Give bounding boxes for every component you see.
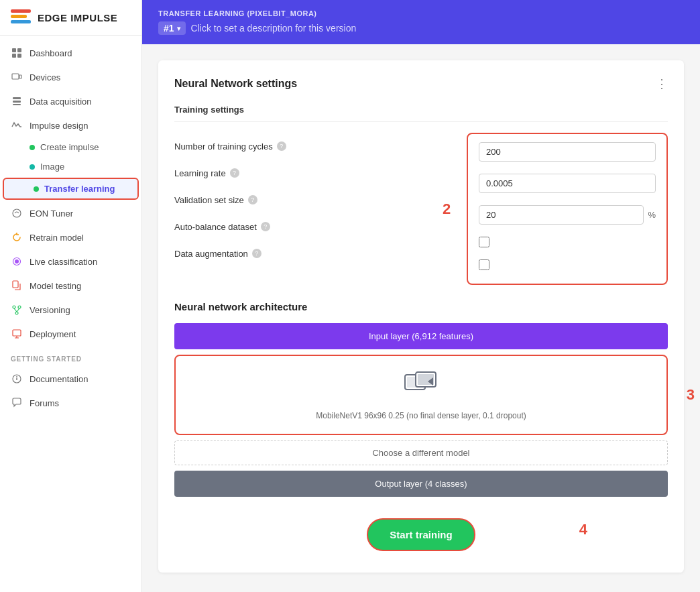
svg-point-14 [18, 306, 21, 308]
svg-rect-0 [12, 48, 16, 52]
svg-line-17 [17, 308, 19, 312]
auto-balance-checkbox[interactable] [479, 237, 489, 247]
card-header: Neural Network settings ⋮ [174, 76, 668, 91]
validation-set-label: Validation set size [174, 195, 244, 205]
start-training-button[interactable]: Start training [367, 518, 475, 551]
data-augmentation-checkbox[interactable] [479, 259, 489, 270]
retrain-icon [11, 231, 23, 243]
data-augmentation-help-icon[interactable]: ? [252, 249, 261, 258]
docs-icon [11, 373, 23, 385]
sidebar-item-label: Image [40, 162, 64, 172]
data-augmentation-label-row: Data augmentation ? [174, 240, 440, 267]
sidebar-item-transfer-learning[interactable]: Transfer learning [3, 178, 139, 200]
training-cycles-label-row: Number of training cycles ? [174, 133, 440, 160]
auto-balance-label-row: Auto-balance dataset ? [174, 213, 440, 240]
sidebar-item-retrain-model[interactable]: Retrain model [0, 225, 141, 249]
getting-started-label: GETTING STARTED [0, 346, 141, 367]
more-options-icon[interactable]: ⋮ [656, 76, 668, 91]
sidebar-item-label: Model testing [30, 281, 81, 291]
svg-line-16 [14, 308, 17, 312]
dot-icon [30, 164, 35, 170]
svg-point-15 [15, 312, 18, 314]
training-settings-label: Training settings [174, 105, 668, 122]
sidebar-item-create-impulse[interactable]: Create impulse [0, 137, 141, 157]
validation-set-input[interactable] [479, 205, 644, 225]
learning-rate-input[interactable] [479, 174, 656, 193]
version-number: #1 [164, 23, 174, 34]
svg-rect-8 [13, 104, 21, 105]
auto-balance-help-icon[interactable]: ? [261, 222, 270, 231]
learning-rate-label: Learning rate [174, 168, 226, 178]
model-card[interactable]: MobileNetV1 96x96 0.25 (no final dense l… [174, 355, 668, 435]
sidebar-item-live-classification[interactable]: Live classification [0, 249, 141, 274]
start-training-row: Start training 4 [174, 502, 668, 556]
label-3: 3 [687, 386, 695, 404]
label-4: 4 [579, 521, 587, 538]
learning-rate-help-icon[interactable]: ? [230, 168, 239, 178]
sidebar-item-data-acquisition[interactable]: Data acquisition [0, 89, 141, 113]
sidebar-item-label: EON Tuner [30, 209, 73, 219]
auto-balance-input-row [479, 237, 656, 247]
validation-set-label-row: Validation set size ? [174, 186, 440, 213]
output-layer-label: Output layer (4 classes) [375, 479, 467, 489]
svg-rect-1 [17, 48, 21, 52]
sidebar-item-devices[interactable]: Devices [0, 65, 141, 89]
impulse-icon [11, 119, 23, 131]
dot-icon [34, 186, 39, 192]
main-header: TRANSFER LEARNING (PIXELBIT_MORA) #1 ▾ C… [142, 0, 700, 44]
label-2: 2 [443, 200, 451, 218]
sidebar-item-documentation[interactable]: Documentation [0, 367, 141, 391]
sidebar-item-versioning[interactable]: Versioning [0, 298, 141, 322]
content-area: Neural Network settings ⋮ Training setti… [142, 44, 700, 592]
training-cycles-help-icon[interactable]: ? [277, 141, 286, 151]
sidebar-item-eon-tuner[interactable]: EON Tuner [0, 201, 141, 225]
logo-area: EDGE IMPULSE [0, 0, 141, 36]
dot-icon [30, 145, 35, 150]
sidebar-item-image[interactable]: Image [0, 157, 141, 176]
sidebar-item-forums[interactable]: Forums [0, 391, 141, 415]
sidebar-item-deployment[interactable]: Deployment [0, 322, 141, 346]
sidebar-item-label: Data acquisition [30, 97, 92, 107]
validation-suffix: % [648, 210, 656, 220]
main-content: TRANSFER LEARNING (PIXELBIT_MORA) #1 ▾ C… [142, 0, 700, 592]
version-selector[interactable]: #1 ▾ [158, 21, 186, 35]
sidebar-item-impulse-design[interactable]: Impulse design [0, 113, 141, 137]
svg-point-13 [13, 306, 15, 308]
input-layer-label: Input layer (6,912 features) [369, 331, 473, 341]
choose-model-button[interactable]: Choose a different model [174, 440, 668, 465]
logo-text: EDGE IMPULSE [38, 12, 117, 23]
validation-set-help-icon[interactable]: ? [248, 195, 257, 204]
training-cycles-input[interactable] [479, 142, 656, 162]
sidebar-item-label: Transfer learning [44, 184, 115, 194]
version-description: Click to set a description for this vers… [191, 23, 357, 34]
dashboard-icon [11, 47, 23, 59]
sidebar-item-model-testing[interactable]: Model testing [0, 274, 141, 298]
svg-rect-5 [19, 75, 21, 78]
sidebar-item-dashboard[interactable]: Dashboard [0, 41, 141, 65]
auto-balance-checkbox-wrapper [479, 237, 656, 247]
validation-with-suffix: % [479, 205, 656, 225]
devices-icon [11, 71, 23, 83]
training-cycles-input-row [479, 142, 656, 162]
deployment-icon [11, 328, 23, 340]
testing-icon [11, 280, 23, 292]
data-augmentation-label: Data augmentation [174, 249, 248, 259]
choose-model-label: Choose a different model [372, 448, 469, 458]
svg-point-10 [15, 259, 19, 263]
training-cycles-label: Number of training cycles [174, 141, 273, 152]
header-bottom: #1 ▾ Click to set a description for this… [158, 21, 684, 35]
model-card-wrapper: MobileNetV1 96x96 0.25 (no final dense l… [174, 355, 668, 435]
input-layer-bar: Input layer (6,912 features) [174, 323, 668, 349]
breadcrumb: TRANSFER LEARNING (PIXELBIT_MORA) [158, 9, 684, 17]
sidebar-item-label: Forums [30, 398, 59, 408]
neural-network-card: Neural Network settings ⋮ Training setti… [158, 60, 684, 573]
svg-rect-18 [13, 330, 21, 336]
svg-rect-2 [12, 54, 16, 58]
training-settings-layout: Number of training cycles ? Learning rat… [174, 133, 668, 285]
svg-rect-7 [13, 101, 21, 103]
settings-inputs-wrapper: 2 % [467, 133, 668, 285]
logo-icon [11, 9, 31, 25]
model-icon [404, 369, 439, 403]
svg-point-21 [16, 376, 17, 377]
svg-rect-6 [13, 97, 21, 99]
